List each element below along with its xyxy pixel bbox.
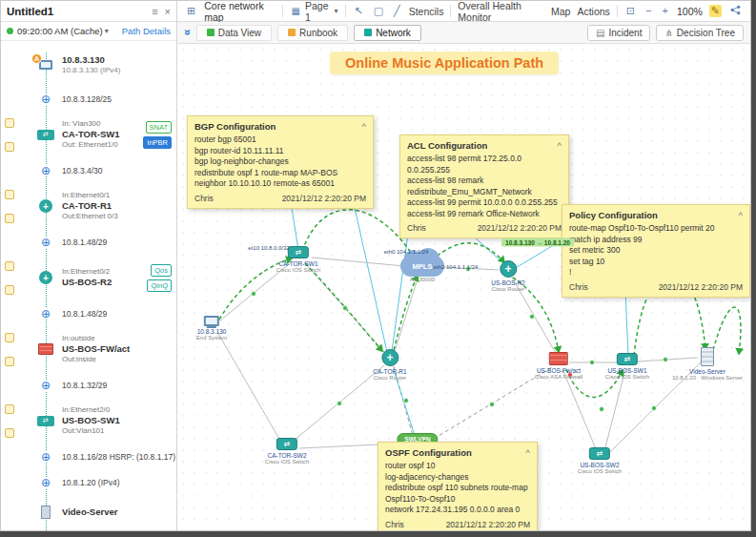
network-color-square xyxy=(364,29,372,36)
note-acl[interactable]: ACL Configuration^access-list 98 permit … xyxy=(399,134,569,238)
note-policy[interactable]: Policy Configuration^route-map Ospf10-To… xyxy=(562,204,750,298)
tab-network[interactable]: Network xyxy=(354,25,421,41)
note-tool-icon[interactable]: ✎ xyxy=(709,5,722,17)
note-bgp[interactable]: BGP Configuration^router bgp 65001bgp ro… xyxy=(187,115,374,209)
path-hop-10-8-3-128-25[interactable]: ⊕10.8.3.128/25 xyxy=(1,86,176,112)
path-hop-ca-tor-r1[interactable]: +In:Ethernet0/1CA-TOR-R1Out:Ethernet 0/3 xyxy=(1,183,176,229)
page-selector[interactable]: ▦ Page 1 ▾ xyxy=(290,0,338,23)
path-hop-10-8-3-4-30[interactable]: ⊕10.8.3.4/30 xyxy=(1,157,176,183)
path-hop-10-8-1-48-29[interactable]: ⊕10.8.1.48/29 xyxy=(1,229,176,255)
map-node-ca-tor-sw2[interactable]: ⇄CA-TOR-SW2Cisco IOS Switch xyxy=(265,438,309,465)
node-sublabel: Cisco IOS Switch xyxy=(605,374,649,380)
path-hop-ca-tor-sw1[interactable]: ⇄In: Vlan300CA-TOR-SW1Out: Ethernet1/0SN… xyxy=(1,112,176,157)
hop-name: US-BOS-R2 xyxy=(62,277,147,288)
stencils-button[interactable]: Stencils xyxy=(409,6,444,17)
path-hop-us-bos-fw-act[interactable]: In:outsideUS-BOS-FW/actOut:inside xyxy=(1,326,176,372)
node-label: US-BOS-R2 xyxy=(491,279,524,286)
close-icon[interactable]: × xyxy=(165,6,171,17)
toolbar-separator xyxy=(282,5,283,17)
node-label: US-BOS-SW1 xyxy=(607,367,646,374)
note-title: OSPF Configuration xyxy=(385,447,472,458)
path-details-link[interactable]: Path Details xyxy=(122,26,171,36)
path-start-marker-a: A xyxy=(31,53,42,64)
snapshot-time-selector[interactable]: 09:20:00 AM (Cache) xyxy=(17,26,103,36)
actions-menu-button[interactable]: Actions xyxy=(577,6,609,17)
hop-in-interface: In:outside xyxy=(62,334,176,343)
note-ospf[interactable]: OSPF Configuration^router ospf 10log-adj… xyxy=(378,442,538,530)
hop-name: US-BOS-FW/act xyxy=(62,343,176,355)
share-icon[interactable] xyxy=(728,4,743,18)
network-globe-icon: ⊕ xyxy=(41,380,51,391)
map-node-10-8-3-130[interactable]: 10.8.3.130End System xyxy=(196,316,227,341)
note-timestamp: 2021/12/12 2:20:20 PM xyxy=(446,520,530,529)
tab-data-view[interactable]: Data View xyxy=(196,25,272,41)
chevron-down-icon: ▾ xyxy=(105,27,109,35)
shape-tool-icon[interactable]: ▢ xyxy=(372,5,385,17)
tab-label: Network xyxy=(376,28,411,38)
sidebar-header: Untitled1 ≡ × xyxy=(1,1,176,22)
hop-in-interface: In:Ethernet0/1 xyxy=(62,191,176,200)
zoom-level[interactable]: 100% xyxy=(677,6,703,17)
note-body: router bgp 65001bgp router-id 10.11.11.1… xyxy=(194,134,366,190)
fit-screen-icon[interactable]: ⊡ xyxy=(624,5,637,17)
map-node-ca-tor-r1[interactable]: +CA-TOR-R1Cisco Router xyxy=(373,349,406,381)
map-canvas[interactable]: Online Music Application Path 10.8.3.130… xyxy=(177,44,750,530)
map-node-us-bos-sw2[interactable]: ⇄US-BOS-SW2Cisco IOS Switch xyxy=(578,447,622,474)
endpoint-icon xyxy=(204,316,219,326)
path-hop-10-8-1-20-ipv4[interactable]: ⊕10.8.1.20 (IPv4) xyxy=(1,469,176,495)
note-title: ACL Configuration xyxy=(407,140,487,151)
collapse-tabs-icon[interactable]: « xyxy=(180,30,194,36)
node-sublabel: End System xyxy=(196,335,227,341)
path-hop-10-8-1-16-28-hsrp-10-8-1-17[interactable]: ⊕10.8.1.16/28 HSRP: (10.8.1.17) xyxy=(1,444,176,469)
decision-tree-icon: ⋔ xyxy=(664,28,672,38)
note-body: access-list 98 permit 172.25.0.0 0.0.255… xyxy=(407,154,562,219)
network-globe-icon: ⊕ xyxy=(41,477,51,488)
note-collapse-icon[interactable]: ^ xyxy=(526,447,530,458)
path-hop-us-bos-sw1[interactable]: ⇄In:Ethernet2/0US-BOS-SW1Out:Vlan101 xyxy=(1,398,176,444)
line-tool-icon[interactable]: ╱ xyxy=(392,5,402,17)
node-sublabel: AS 30000 xyxy=(410,277,435,282)
note-collapse-icon[interactable]: ^ xyxy=(362,121,366,132)
map-menu-button[interactable]: Map xyxy=(551,6,570,17)
tab-runbook[interactable]: Runbook xyxy=(277,25,348,41)
hop-status-gutter xyxy=(5,333,30,366)
map-node-us-bos-sw1[interactable]: ⇄US-BOS-SW1Cisco IOS Switch xyxy=(605,353,649,380)
zoom-out-button[interactable]: − xyxy=(644,5,653,17)
path-hop-10-8-1-48-29[interactable]: ⊕10.8.1.48/29 xyxy=(1,300,176,326)
map-toolbar: ⊞ Core network map ▦ Page 1 ▾ ↖ ▢ ╱ Sten… xyxy=(177,1,750,22)
hop-name: CA-TOR-R1 xyxy=(62,200,176,212)
path-hop-us-bos-r2[interactable]: +In:Ethernet0/2US-BOS-R2QosQinQ xyxy=(1,255,176,300)
pointer-tool-icon[interactable]: ↖ xyxy=(352,5,364,17)
map-grid-icon[interactable]: ⊞ xyxy=(185,5,197,17)
incident-button[interactable]: ▤ Incident xyxy=(587,25,650,41)
path-hop-video-server[interactable]: Video-Server xyxy=(1,495,176,529)
node-label: CA-TOR-R1 xyxy=(373,368,406,375)
note-body: router ospf 10log-adjacency-changesredis… xyxy=(385,461,530,516)
note-collapse-icon[interactable]: ^ xyxy=(558,140,562,151)
note-author: Chris xyxy=(385,520,404,529)
tab-label: Data View xyxy=(218,28,261,38)
note-author: Chris xyxy=(194,194,214,203)
note-timestamp: 2021/12/12 2:20:20 PM xyxy=(282,194,366,203)
map-node-video-server[interactable]: Video-Server10.8.1.20 · Windows Server xyxy=(672,347,743,381)
firewall-icon xyxy=(38,343,53,355)
node-sublabel: Cisco Router xyxy=(492,286,525,292)
map-node-us-bos-fw-act[interactable]: US-BOS-Fw/actCisco ASA Firewall xyxy=(535,352,582,380)
path-hop-10-8-3-130[interactable]: A10.8.3.13010.8.3.130 (IPv4) xyxy=(1,44,176,86)
decision-tree-button[interactable]: ⋔ Decision Tree xyxy=(656,25,744,41)
path-hop-10-8-1-32-29[interactable]: ⊕10.8.1.32/29 xyxy=(1,372,176,398)
zoom-in-button[interactable]: + xyxy=(661,5,670,17)
node-label: 10.8.3.130 xyxy=(197,328,227,335)
hop-in-interface: In: Vlan300 xyxy=(62,119,143,129)
note-collapse-icon[interactable]: ^ xyxy=(739,210,743,220)
data-view-color-square xyxy=(207,29,215,36)
map-node-us-bos-r2[interactable]: +US-BOS-R2Cisco Router xyxy=(491,260,524,292)
hop-out-interface: Out: Ethernet1/0 xyxy=(62,140,143,150)
overall-health-monitor-button[interactable]: Overall Health Monitor xyxy=(458,0,544,23)
node-sublabel: Cisco IOS Switch xyxy=(276,267,320,273)
menu-icon[interactable]: ≡ xyxy=(152,6,157,17)
server-icon xyxy=(41,506,51,519)
path-sidebar: Untitled1 ≡ × 09:20:00 AM (Cache) ▾ Path… xyxy=(1,1,177,530)
node-label: US-BOS-SW2 xyxy=(580,462,619,468)
badge-inpbr: InPBR xyxy=(143,136,172,149)
